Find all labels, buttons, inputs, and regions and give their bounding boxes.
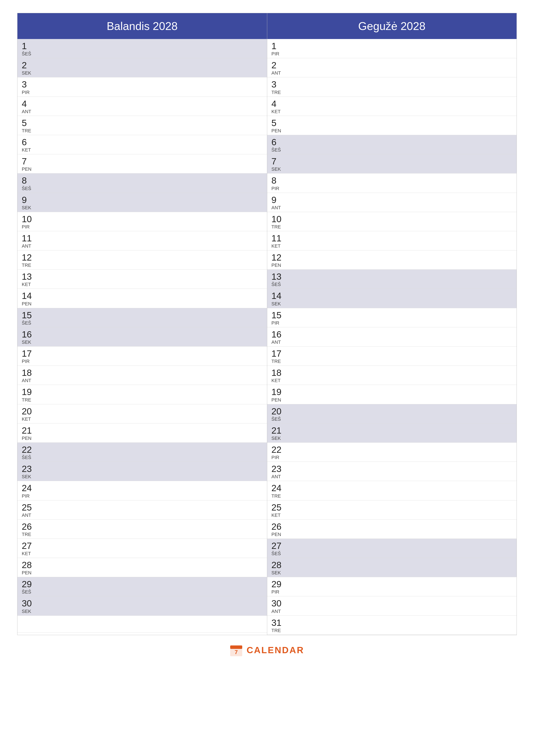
day-number: 23: [22, 464, 37, 474]
day-row: 22PIR: [267, 443, 517, 462]
day-number: 4: [22, 99, 37, 109]
day-name: KET: [22, 148, 37, 152]
day-row: 12PEN: [267, 251, 517, 270]
day-name: PIR: [22, 359, 37, 364]
day-info: 19TRE: [22, 387, 37, 402]
day-number: 10: [22, 214, 37, 224]
day-number: 6: [22, 137, 37, 147]
day-info: 25ANT: [22, 502, 37, 518]
day-number: 3: [22, 80, 37, 90]
day-info: 9SEK: [22, 195, 37, 210]
day-row: 6ŠEŠ: [267, 135, 517, 154]
day-name: ŠEŠ: [22, 590, 37, 594]
day-number: 30: [22, 599, 37, 608]
day-row: 19PEN: [267, 385, 517, 404]
day-info: 26TRE: [22, 522, 37, 537]
day-name: KET: [22, 417, 37, 421]
day-name: SEK: [271, 167, 287, 172]
day-number: 28: [271, 560, 287, 570]
day-name: KET: [271, 244, 287, 249]
month-col-0: 1ŠEŠ2SEK3PIR4ANT5TRE6KET7PEN8ŠEŠ9SEK10PI…: [17, 39, 267, 635]
day-info: 12PEN: [271, 253, 287, 268]
day-number: 25: [22, 502, 37, 512]
day-info: 21PEN: [22, 426, 37, 441]
day-number: 1: [22, 41, 37, 51]
day-info: 13KET: [22, 272, 37, 287]
day-row: 13KET: [17, 270, 267, 289]
day-row: 30SEK: [17, 596, 267, 615]
day-row: 5PEN: [267, 116, 517, 135]
day-row: 20ŠEŠ: [267, 404, 517, 423]
day-row: 26TRE: [17, 520, 267, 539]
day-name: KET: [271, 109, 287, 114]
day-name: ŠEŠ: [271, 282, 287, 287]
day-number: 23: [271, 464, 287, 474]
day-number: 5: [271, 118, 287, 128]
day-name: PEN: [22, 302, 37, 306]
day-info: 16SEK: [22, 330, 37, 345]
months-header: Balandis 2028Gegužė 2028: [17, 13, 517, 39]
day-info: 15PIR: [271, 310, 287, 325]
day-info: 20KET: [22, 406, 37, 421]
month-header-1: Gegužė 2028: [267, 13, 517, 39]
day-number: 24: [22, 483, 37, 493]
day-name: TRE: [22, 128, 37, 133]
footer-calendar-text: CALENDAR: [246, 645, 304, 655]
day-row: 8PIR: [267, 174, 517, 193]
day-name: PEN: [271, 263, 287, 268]
day-info: 1ŠEŠ: [22, 41, 37, 56]
day-number: 7: [271, 156, 287, 166]
day-row: 18KET: [267, 366, 517, 385]
day-info: 14SEK: [271, 291, 287, 306]
day-name: ŠEŠ: [22, 455, 37, 460]
day-number: 13: [22, 272, 37, 282]
day-info: 13ŠEŠ: [271, 272, 287, 287]
day-number: 17: [22, 349, 37, 359]
day-name: ŠEŠ: [271, 551, 287, 556]
day-row: 3TRE: [267, 77, 517, 96]
day-info: 24PIR: [22, 483, 37, 498]
day-name: SEK: [22, 340, 37, 345]
day-number: 15: [22, 310, 37, 320]
day-name: KET: [22, 282, 37, 287]
day-row: 31TRE: [267, 616, 517, 635]
day-info: 22PIR: [271, 445, 287, 460]
day-name: TRE: [271, 628, 287, 633]
day-info: 7PEN: [22, 156, 37, 172]
day-row: 4KET: [267, 97, 517, 116]
day-row: 2ANT: [267, 58, 517, 77]
day-number: 21: [22, 426, 37, 436]
day-number: 22: [22, 445, 37, 455]
day-number: 1: [271, 41, 287, 51]
day-row: 30ANT: [267, 596, 517, 615]
day-row: 9SEK: [17, 193, 267, 212]
day-number: 26: [22, 522, 37, 532]
day-number: 17: [271, 349, 287, 359]
day-name: SEK: [22, 474, 37, 479]
day-row: 6KET: [17, 135, 267, 154]
day-info: 23SEK: [22, 464, 37, 479]
day-number: 26: [271, 522, 287, 532]
day-row: 22ŠEŠ: [17, 443, 267, 462]
day-info: 3TRE: [271, 80, 287, 94]
day-info: 14PEN: [22, 291, 37, 306]
day-info: 4KET: [271, 99, 287, 114]
day-row: 4ANT: [17, 97, 267, 116]
day-info: 15ŠEŠ: [22, 310, 37, 325]
day-info: 3PIR: [22, 80, 37, 94]
day-info: 5TRE: [22, 118, 37, 133]
day-info: 21SEK: [271, 426, 287, 441]
day-number: 28: [22, 560, 37, 570]
calendar-logo-icon: 7: [230, 644, 243, 657]
day-info: 1PIR: [271, 41, 287, 56]
day-number: 24: [271, 483, 287, 493]
day-name: PEN: [22, 570, 37, 575]
day-info: 26PEN: [271, 522, 287, 537]
day-name: ANT: [271, 340, 287, 345]
day-row: 15ŠEŠ: [17, 308, 267, 327]
day-info: 17PIR: [22, 349, 37, 364]
day-info: 6KET: [22, 137, 37, 152]
day-info: 16ANT: [271, 330, 287, 345]
day-row: 29ŠEŠ: [17, 577, 267, 596]
svg-rect-1: [230, 645, 242, 649]
